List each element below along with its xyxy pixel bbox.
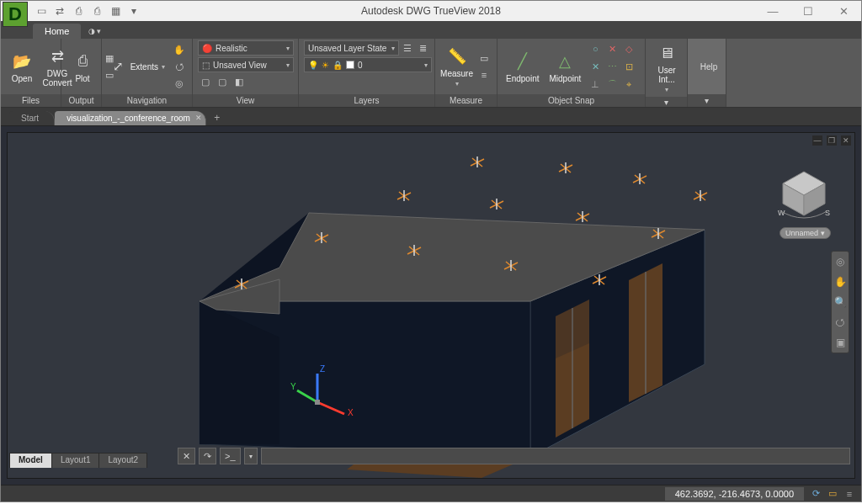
view-front-icon[interactable]: ▢ bbox=[215, 74, 230, 89]
status-tray-icon[interactable]: ▭ bbox=[826, 487, 839, 501]
layer-states-icon[interactable]: ≣ bbox=[416, 40, 429, 56]
vp-close-icon[interactable]: ✕ bbox=[841, 135, 851, 146]
tab-home[interactable]: Home bbox=[33, 24, 81, 39]
layout-tab-layout2[interactable]: Layout2 bbox=[98, 453, 147, 468]
named-view-dropdown[interactable]: ⬚ Unsaved View▾ bbox=[198, 57, 294, 72]
endpoint-icon: ╱ bbox=[512, 50, 534, 72]
qat-more-icon[interactable]: ▾ bbox=[127, 4, 141, 18]
layer-manage-icon[interactable]: ☰ bbox=[401, 40, 414, 56]
measure-list-icon[interactable]: ≡ bbox=[476, 67, 492, 82]
status-sync-icon[interactable]: ⟳ bbox=[809, 487, 822, 501]
view-icon: ⬚ bbox=[202, 61, 210, 70]
showmotion-icon[interactable]: ▣ bbox=[833, 336, 847, 349]
lightbulb-icon: 💡 bbox=[308, 61, 318, 70]
layout-tab-layout1[interactable]: Layout1 bbox=[51, 453, 100, 468]
publish-icon[interactable]: ▦ bbox=[109, 4, 122, 18]
perpendicular-icon[interactable]: ⊥ bbox=[588, 77, 603, 92]
minimize-button[interactable]: — bbox=[755, 1, 790, 21]
cmd-prompt-icon: >_ bbox=[220, 448, 241, 464]
view-iso-icon[interactable]: ◧ bbox=[231, 74, 247, 89]
zoom-nav-icon[interactable]: 🔍 bbox=[833, 295, 847, 309]
window-title: Autodesk DWG TrueView 2018 bbox=[361, 5, 501, 17]
app-menu-button[interactable]: D bbox=[3, 2, 28, 27]
viewcube-label[interactable]: Unnamed ▾ bbox=[780, 227, 831, 239]
ribbon: 📂 Open ⇄ DWG Convert Files ⎙ Plot ▦ ▭ bbox=[1, 39, 861, 108]
svg-text:Y: Y bbox=[290, 382, 296, 391]
pan-icon[interactable]: ✋ bbox=[172, 42, 187, 57]
convert-icon[interactable]: ⇄ bbox=[53, 4, 67, 18]
extension-icon[interactable]: ⋯ bbox=[604, 59, 620, 74]
panel-output-label: Output bbox=[61, 94, 101, 107]
measure-button[interactable]: 📏 Measure ▾ bbox=[440, 44, 473, 89]
node-icon[interactable]: ✕ bbox=[604, 41, 620, 56]
panel-files: 📂 Open ⇄ DWG Convert Files bbox=[1, 39, 61, 107]
insertion-icon[interactable]: ⊡ bbox=[621, 59, 636, 74]
layout-tab-model[interactable]: Model bbox=[9, 453, 52, 468]
center-icon[interactable]: ○ bbox=[588, 41, 603, 56]
cmd-close-icon[interactable]: ✕ bbox=[178, 448, 195, 464]
panel-output: ⎙ Plot ▦ ▭ Output bbox=[61, 39, 102, 107]
intersection-icon[interactable]: ✕ bbox=[588, 59, 603, 74]
tangent-icon[interactable]: ⌒ bbox=[604, 77, 620, 92]
view-top-icon[interactable]: ▢ bbox=[198, 74, 213, 89]
steering-wheel-icon[interactable]: ◎ bbox=[172, 76, 187, 91]
doc-tab-add-button[interactable]: + bbox=[208, 110, 226, 125]
open-icon[interactable]: ▭ bbox=[35, 4, 48, 18]
layer-state-dropdown[interactable]: Unsaved Layer State▾ bbox=[304, 40, 399, 56]
cmd-recent-icon[interactable]: ↷ bbox=[199, 448, 216, 464]
visual-style-dropdown[interactable]: 🔴 Realistic▾ bbox=[198, 40, 294, 56]
midpoint-button[interactable]: △ Midpoint bbox=[545, 49, 584, 85]
lock-icon: 🔒 bbox=[333, 61, 343, 70]
current-layer-dropdown[interactable]: 💡 ☀ 🔒 0▾ bbox=[304, 57, 432, 72]
print-icon[interactable]: ⎙ bbox=[72, 4, 85, 18]
command-input[interactable] bbox=[261, 448, 850, 464]
command-line: ✕ ↷ >_ ▾ bbox=[178, 448, 850, 464]
coordinates-readout: 462.3692, -216.4673, 0.0000 bbox=[665, 487, 804, 501]
panel-help: Help ▾ bbox=[688, 39, 726, 107]
panel-files-label: Files bbox=[1, 94, 61, 107]
midpoint-icon: △ bbox=[554, 50, 576, 72]
print-preview-icon[interactable]: ⎙ bbox=[90, 4, 104, 18]
maximize-button[interactable]: ☐ bbox=[790, 1, 826, 21]
panel-measure: 📏 Measure ▾ ▭ ≡ Measure bbox=[435, 39, 498, 107]
doc-tab-current[interactable]: visualization_-_conference_room ✕ bbox=[55, 111, 206, 125]
user-interface-button[interactable]: 🖥 User Int... ▾ bbox=[651, 40, 683, 95]
panel-osnap-label: Object Snap bbox=[498, 94, 645, 107]
endpoint-button[interactable]: ╱ Endpoint bbox=[503, 49, 542, 85]
extents-icon: ⤢ bbox=[110, 56, 127, 77]
ruler-icon: 📏 bbox=[446, 45, 468, 67]
orbit-nav-icon[interactable]: ⭯ bbox=[833, 316, 847, 329]
full-nav-wheel-icon[interactable]: ◎ bbox=[833, 255, 847, 268]
viewport-window-controls: — ❐ ✕ bbox=[812, 135, 851, 146]
svg-text:S: S bbox=[825, 209, 830, 217]
viewcube[interactable]: W S Unnamed ▾ bbox=[774, 167, 833, 234]
quadrant-icon[interactable]: ◇ bbox=[621, 41, 636, 56]
svg-text:Z: Z bbox=[320, 364, 325, 374]
nearest-icon[interactable]: ⌖ bbox=[621, 77, 636, 92]
layer-color-swatch bbox=[346, 61, 354, 69]
sun-icon: ☀ bbox=[322, 61, 329, 70]
tab-addins-toggle[interactable]: ◑ ▾ bbox=[82, 24, 106, 39]
panel-ui: 🖥 User Int... ▾ ▾ bbox=[646, 39, 688, 107]
help-button[interactable]: Help bbox=[693, 61, 725, 73]
svg-rect-57 bbox=[315, 400, 320, 405]
vp-restore-icon[interactable]: ❐ bbox=[827, 135, 837, 146]
measure-area-icon[interactable]: ▭ bbox=[476, 50, 492, 66]
vp-minimize-icon[interactable]: — bbox=[812, 135, 822, 146]
doc-tab-close-icon[interactable]: ✕ bbox=[195, 114, 202, 122]
svg-text:X: X bbox=[348, 408, 354, 417]
quick-access-toolbar: ▭ ⇄ ⎙ ⎙ ▦ ▾ bbox=[35, 4, 141, 18]
viewport[interactable]: — ❐ ✕ bbox=[1, 126, 861, 485]
orbit-icon[interactable]: ⭯ bbox=[172, 59, 187, 74]
folder-open-icon: 📂 bbox=[11, 50, 33, 72]
close-button[interactable]: ✕ bbox=[826, 1, 861, 21]
extents-button[interactable]: ⤢ Extents ▾ bbox=[107, 54, 168, 79]
panel-navigation-label: Navigation bbox=[102, 94, 192, 107]
doc-tab-start[interactable]: Start bbox=[9, 111, 55, 125]
status-menu-icon[interactable]: ≡ bbox=[843, 487, 856, 501]
viewport-inner[interactable]: — ❐ ✕ bbox=[7, 132, 855, 479]
open-button[interactable]: 📂 Open bbox=[6, 49, 38, 85]
title-bar: D ▭ ⇄ ⎙ ⎙ ▦ ▾ Autodesk DWG TrueView 2018… bbox=[1, 1, 861, 21]
pan-nav-icon[interactable]: ✋ bbox=[833, 275, 847, 289]
plot-button[interactable]: ⎙ Plot bbox=[67, 49, 98, 85]
